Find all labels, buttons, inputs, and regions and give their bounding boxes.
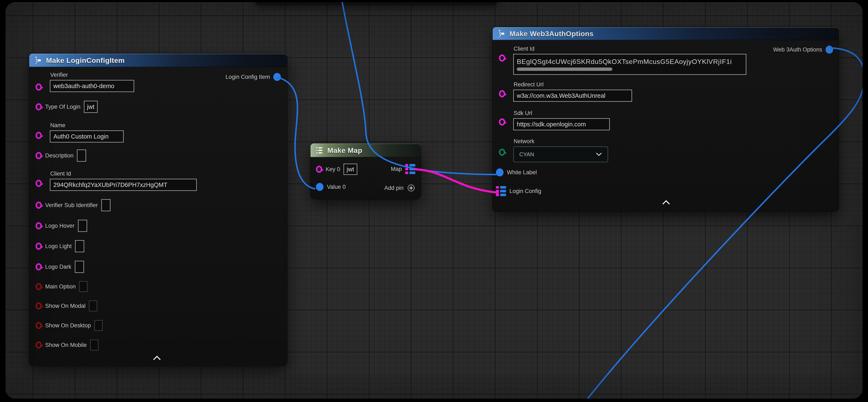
show-on-modal-checkbox[interactable] [89, 300, 97, 311]
node-make-map: Make Map Key 0 jwt Map Value 0 Add pin [310, 143, 421, 199]
node-make-loginconfigitem: Make LoginConfigItem Login Config Item V… [29, 54, 287, 366]
client-id-field-scrollbar[interactable] [517, 67, 612, 71]
description-field[interactable] [77, 149, 86, 162]
input-pin-verifier[interactable] [35, 84, 42, 91]
client-id-field[interactable]: 294QRkchfq2YaXUbPri7D6PH7xzHgQMT [50, 179, 197, 191]
key0-field[interactable]: jwt [343, 164, 357, 175]
make-struct-icon [33, 56, 42, 65]
pin-label-sdk-url: Sdk Url [514, 110, 610, 116]
pin-label-value0: Value 0 [327, 184, 346, 190]
pin-row-description: Description [35, 149, 86, 162]
input-pin-key0[interactable] [316, 166, 322, 173]
pin-label-show-on-modal: Show On Modal [45, 303, 86, 309]
output-pin-label: Web 3Auth Options [773, 47, 822, 53]
network-dropdown[interactable]: CYAN [513, 146, 608, 162]
pin-label-name: Name [50, 122, 124, 129]
show-on-desktop-checkbox[interactable] [94, 320, 103, 331]
input-pin-show-on-modal[interactable] [35, 302, 42, 310]
input-pin-client-id[interactable] [35, 180, 42, 187]
logo-hover-field[interactable] [78, 220, 87, 232]
input-pin-network[interactable] [499, 149, 505, 156]
logo-dark-field[interactable] [75, 261, 84, 273]
pin-label-logo-hover: Logo Hover [45, 223, 74, 229]
pin-row-type-of-login: Type Of Login jwt [35, 101, 98, 113]
pin-label-redirect-url: Redirect Url [514, 81, 632, 88]
output-pin-web3auth-options[interactable] [826, 46, 833, 54]
collapse-chevron-icon[interactable] [153, 355, 161, 361]
pin-label-type-of-login: Type Of Login [45, 104, 81, 110]
pin-row-key0: Key 0 jwt [316, 164, 357, 175]
add-pin-label: Add pin [384, 185, 404, 191]
output-row-map: Map [391, 164, 415, 174]
show-on-mobile-checkbox[interactable] [90, 340, 98, 350]
input-pin-logo-dark[interactable] [35, 263, 42, 270]
offscreen-node-top[interactable] [255, 2, 497, 4]
input-pin-description[interactable] [35, 152, 42, 159]
pin-label-client-id: Client Id [50, 171, 197, 177]
field-group-client-id: Client Id BEglQSgt4cUWcj6SKRdu5QkOXTsePm… [513, 46, 746, 75]
pin-row-show-on-mobile: Show On Mobile [35, 340, 98, 350]
add-pin-button: Add pin [384, 184, 415, 192]
field-group-verifier: Verifier web3auth-auth0-demo [50, 72, 134, 92]
output-pin-login-config-item[interactable] [273, 73, 281, 81]
node-header-make-map[interactable]: Make Map [310, 143, 421, 157]
sdk-url-field[interactable]: https://sdk.openlogin.com [513, 118, 610, 131]
node-header-make-loginconfigitem[interactable]: Make LoginConfigItem [29, 54, 287, 67]
pin-label-show-on-desktop: Show On Desktop [45, 322, 91, 329]
pin-label-logo-light: Logo Light [45, 243, 72, 250]
field-group-network: Network CYAN [513, 138, 608, 162]
make-map-icon [315, 146, 323, 155]
pin-row-white-label: White Label [496, 168, 537, 176]
input-pin-type-of-login[interactable] [35, 103, 42, 110]
client-id-field[interactable]: BEglQSgt4cUWcj6SKRdu5QkOXTsePmMcusG5EAoy… [513, 54, 746, 75]
pin-label-key0: Key 0 [326, 166, 340, 173]
pin-label-description: Description [45, 152, 73, 159]
input-pin-show-on-desktop[interactable] [35, 322, 42, 329]
input-pin-logo-hover[interactable] [35, 222, 42, 229]
input-pin-sdk-url[interactable] [499, 118, 505, 125]
pin-label-verifier: Verifier [50, 72, 134, 78]
wire-map-to-login-config[interactable] [415, 169, 498, 193]
type-of-login-field[interactable]: jwt [84, 101, 97, 113]
input-pin-name[interactable] [35, 132, 42, 139]
add-pin-icon[interactable] [407, 184, 415, 192]
pin-row-logo-dark: Logo Dark [35, 261, 84, 273]
input-pin-value0[interactable] [316, 183, 323, 191]
node-title: Make LoginConfigItem [46, 56, 125, 64]
chevron-down-icon [596, 152, 602, 156]
collapse-chevron-icon[interactable] [662, 200, 670, 205]
redirect-url-field[interactable]: w3a://com.w3a.Web3AuthUnreal [513, 90, 632, 102]
node-header-make-web3authoptions[interactable]: Make Web3AuthOptions [493, 27, 839, 40]
name-field[interactable]: Auth0 Custom Login [50, 131, 124, 143]
pin-row-show-on-desktop: Show On Desktop [35, 320, 103, 331]
field-group-sdk-url: Sdk Url https://sdk.openlogin.com [513, 110, 610, 131]
pin-label-network: Network [514, 138, 608, 145]
pin-label-white-label: White Label [507, 169, 537, 176]
main-option-checkbox[interactable] [79, 281, 88, 292]
pin-label-verifier-sub-identifier: Verifier Sub Identifier [45, 202, 98, 208]
input-pin-verifier-sub-identifier[interactable] [35, 202, 42, 209]
make-struct-icon [497, 29, 506, 38]
field-group-client-id: Client Id 294QRkchfq2YaXUbPri7D6PH7xzHgQ… [50, 171, 197, 191]
pin-row-main-option: Main Option [35, 281, 88, 292]
pin-label-client-id: Client Id [514, 46, 746, 52]
input-pin-show-on-mobile[interactable] [35, 341, 42, 349]
field-group-name: Name Auth0 Custom Login [50, 122, 124, 143]
input-pin-client-id[interactable] [499, 54, 505, 62]
verifier-sub-identifier-field[interactable] [101, 199, 111, 211]
pin-label-logo-dark: Logo Dark [45, 264, 71, 270]
pin-row-show-on-modal: Show On Modal [35, 300, 97, 311]
verifier-field[interactable]: web3auth-auth0-demo [50, 80, 134, 92]
input-pin-login-config[interactable] [496, 186, 506, 196]
input-pin-logo-light[interactable] [35, 242, 42, 250]
node-make-web3authoptions: Make Web3AuthOptions Web 3Auth Options C… [493, 27, 839, 211]
input-pin-white-label[interactable] [496, 168, 503, 176]
pin-row-value0: Value 0 [316, 183, 346, 191]
logo-light-field[interactable] [75, 240, 84, 252]
input-pin-redirect-url[interactable] [499, 90, 505, 97]
output-pin-label-map: Map [391, 166, 402, 172]
blueprint-editor: Make LoginConfigItem Login Config Item V… [0, 0, 868, 402]
input-pin-main-option[interactable] [35, 283, 42, 290]
blueprint-canvas[interactable]: Make LoginConfigItem Login Config Item V… [5, 2, 863, 399]
output-pin-map[interactable] [405, 164, 415, 174]
